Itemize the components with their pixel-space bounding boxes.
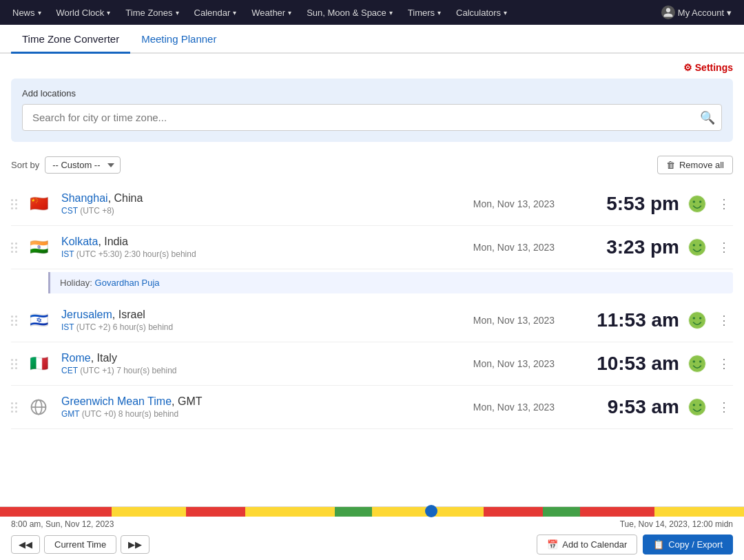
location-date: Mon, Nov 13, 2023	[459, 242, 569, 253]
timezone-info: IST (UTC +2) 6 hour(s) behind	[61, 322, 459, 332]
city-link[interactable]: Greenwich Mean Time	[61, 395, 172, 407]
smiley-icon[interactable]	[688, 194, 707, 214]
holiday-link[interactable]: Govardhan Puja	[95, 278, 160, 288]
settings-button[interactable]: ⚙ Settings	[683, 62, 733, 73]
svg-point-11	[699, 360, 701, 362]
account-icon	[661, 6, 675, 19]
svg-point-4	[693, 244, 695, 246]
smiley-icon[interactable]	[688, 397, 707, 417]
table-row: 🇮🇳Kolkata, IndiaIST (UTC +5:30) 2:30 hou…	[11, 226, 733, 269]
svg-point-9	[689, 355, 706, 373]
svg-point-1	[693, 200, 695, 203]
location-name: Jerusalem, Israel	[61, 309, 459, 321]
search-input[interactable]	[22, 104, 722, 131]
flag-icon: 🇮🇹	[25, 355, 52, 373]
time-behind: 7 hour(s) behind	[116, 366, 176, 375]
add-locations-box: Add locations 🔍	[11, 79, 733, 142]
nav-calculators[interactable]: Calculators ▾	[449, 0, 514, 25]
gear-icon: ⚙	[683, 62, 692, 73]
nav-world-clock[interactable]: World Clock ▾	[50, 0, 118, 25]
nav-world-clock-chevron: ▾	[107, 9, 110, 17]
timezone-info: CET (UTC +1) 7 hour(s) behind	[61, 366, 459, 375]
location-info: Rome, ItalyCET (UTC +1) 7 hour(s) behind	[61, 352, 459, 375]
location-date: Mon, Nov 13, 2023	[459, 358, 569, 369]
location-time: 11:53 am	[569, 309, 679, 331]
svg-point-10	[693, 360, 695, 362]
country-label: , GMT	[172, 395, 202, 407]
utc-offset: (UTC +2)	[76, 322, 111, 332]
svg-point-8	[699, 317, 701, 319]
flag-icon: 🇨🇳	[25, 195, 52, 213]
sort-label: Sort by	[11, 160, 39, 170]
utc-offset: (UTC +5:30)	[76, 249, 122, 259]
country-label: , Israel	[112, 309, 145, 320]
sort-left: Sort by -- Custom -- Name Time	[11, 156, 121, 174]
location-time: 5:53 pm	[569, 193, 679, 215]
flag-icon: 🇮🇱	[25, 311, 52, 329]
search-icon: 🔍	[700, 111, 715, 125]
nav-weather-label: Weather	[251, 8, 285, 18]
country-label: , China	[108, 192, 143, 204]
utc-offset: (UTC +8)	[80, 206, 114, 216]
search-wrapper: 🔍	[22, 104, 722, 131]
city-link[interactable]: Jerusalem	[61, 309, 112, 320]
location-name: Greenwich Mean Time, GMT	[61, 395, 459, 408]
city-link[interactable]: Shanghai	[61, 192, 108, 204]
tz-code: CST	[61, 206, 78, 216]
drag-handle[interactable]	[11, 359, 17, 369]
smiley-icon[interactable]	[688, 311, 707, 330]
more-options-button[interactable]: ⋮	[715, 353, 733, 374]
nav-weather[interactable]: Weather ▾	[245, 0, 298, 25]
account-chevron: ▾	[727, 8, 732, 18]
location-info: Kolkata, IndiaIST (UTC +5:30) 2:30 hour(…	[61, 236, 459, 259]
tz-code: IST	[61, 249, 74, 259]
location-name: Shanghai, China	[61, 192, 459, 205]
city-link[interactable]: Rome	[61, 352, 91, 364]
sort-row: Sort by -- Custom -- Name Time 🗑 Remove …	[11, 153, 733, 177]
more-options-button[interactable]: ⋮	[715, 194, 733, 214]
svg-point-17	[699, 404, 701, 406]
nav-account[interactable]: My Account ▾	[654, 6, 738, 19]
trash-icon: 🗑	[666, 160, 675, 170]
more-options-button[interactable]: ⋮	[715, 397, 733, 417]
search-icon-button[interactable]: 🔍	[700, 110, 715, 125]
timezone-info: IST (UTC +5:30) 2:30 hour(s) behind	[61, 249, 459, 259]
nav-bar: News ▾ World Clock ▾ Time Zones ▾ Calend…	[0, 0, 744, 25]
timezone-info: GMT (UTC +0) 8 hour(s) behind	[61, 409, 459, 419]
svg-point-2	[699, 200, 701, 203]
nav-calculators-label: Calculators	[456, 8, 501, 18]
location-date: Mon, Nov 13, 2023	[459, 315, 569, 326]
nav-weather-chevron: ▾	[288, 9, 291, 17]
nav-news[interactable]: News ▾	[6, 0, 48, 25]
nav-calendar-chevron: ▾	[233, 9, 236, 17]
timezone-info: CST (UTC +8)	[61, 206, 459, 216]
nav-calendar[interactable]: Calendar ▾	[187, 0, 244, 25]
svg-point-3	[689, 239, 706, 256]
settings-row: ⚙ Settings	[11, 54, 733, 79]
sort-select[interactable]: -- Custom -- Name Time	[45, 156, 121, 174]
svg-point-6	[689, 312, 706, 329]
more-options-button[interactable]: ⋮	[715, 237, 733, 258]
drag-handle[interactable]	[11, 402, 17, 413]
nav-timers[interactable]: Timers ▾	[401, 0, 448, 25]
tabs-bar: Time Zone Converter Meeting Planner	[0, 25, 744, 54]
drag-handle[interactable]	[11, 199, 17, 209]
drag-handle[interactable]	[11, 242, 17, 253]
location-date: Mon, Nov 13, 2023	[459, 402, 569, 413]
more-options-button[interactable]: ⋮	[715, 310, 733, 331]
smiley-icon[interactable]	[688, 238, 707, 257]
nav-news-chevron: ▾	[38, 9, 41, 17]
city-link[interactable]: Kolkata	[61, 236, 98, 247]
remove-all-button[interactable]: 🗑 Remove all	[657, 156, 733, 174]
tab-meeting-planner[interactable]: Meeting Planner	[130, 25, 227, 54]
nav-time-zones[interactable]: Time Zones ▾	[118, 0, 185, 25]
tab-converter[interactable]: Time Zone Converter	[11, 25, 130, 54]
holiday-banner: Holiday: Govardhan Puja	[48, 272, 733, 293]
time-behind: 6 hour(s) behind	[113, 322, 173, 332]
nav-sun-moon[interactable]: Sun, Moon & Space ▾	[300, 0, 400, 25]
drag-handle[interactable]	[11, 315, 17, 326]
smiley-icon[interactable]	[688, 354, 707, 373]
location-time: 9:53 am	[569, 396, 679, 418]
location-info: Greenwich Mean Time, GMTGMT (UTC +0) 8 h…	[61, 395, 459, 419]
account-label: My Account	[678, 8, 724, 18]
